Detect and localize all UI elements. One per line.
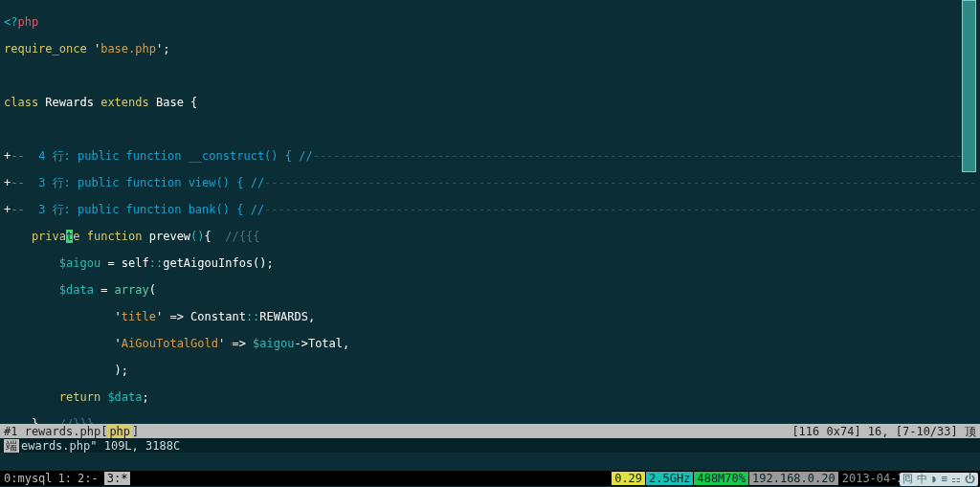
cursor-position: [116 0x74] 16, [7-10/33] 顶 bbox=[791, 425, 976, 438]
tmux-statusbar[interactable]: 0:mysql 1: 2:- 3:* 0.29 2.5GHz 488M70% 1… bbox=[0, 471, 980, 486]
tmux-window[interactable]: 0:mysql bbox=[4, 472, 53, 485]
tmux-window[interactable]: 1: bbox=[58, 472, 72, 485]
keyboard-icon[interactable]: ⚏ bbox=[951, 473, 961, 486]
ime-icon[interactable]: 中 bbox=[917, 473, 927, 486]
vertical-scrollbar[interactable] bbox=[962, 0, 976, 172]
mem-badge: 488M70% bbox=[694, 472, 748, 485]
vim-statusline: #1 rewards.php [php] [116 0x74] 16, [7-1… bbox=[0, 424, 980, 438]
cpu-badge: 2.5GHz bbox=[646, 472, 693, 485]
system-tray[interactable]: 囘 中 ◗ ≡ ⚏ ⏻ bbox=[900, 473, 978, 486]
gap bbox=[0, 453, 980, 471]
fold-line[interactable]: +-- 4 行: public function __construct() {… bbox=[4, 149, 976, 163]
filetype-badge: php bbox=[107, 425, 132, 438]
ip-badge: 192.168.0.20 bbox=[749, 472, 838, 485]
buffer-name: #1 rewards.php bbox=[4, 425, 100, 438]
php-open: <? bbox=[4, 15, 17, 29]
moon-icon[interactable]: ◗ bbox=[931, 473, 938, 486]
tmux-window[interactable]: 2:- bbox=[78, 472, 99, 485]
terminal-label: 端 bbox=[4, 439, 19, 453]
fold-line[interactable]: +-- 3 行: public function view() { //----… bbox=[4, 176, 976, 189]
code-editor[interactable]: <?php require_once 'base.php'; class Rew… bbox=[0, 0, 980, 424]
vim-messageline: 端 ewards.php" 109L, 3188C bbox=[0, 438, 980, 453]
loadavg-badge: 0.29 bbox=[612, 472, 645, 485]
tmux-window-active[interactable]: 3:* bbox=[104, 472, 131, 485]
fold-line[interactable]: +-- 3 行: public function bank() { //----… bbox=[4, 203, 976, 216]
power-icon[interactable]: ⏻ bbox=[965, 473, 975, 486]
tray-icon[interactable]: 囘 bbox=[902, 473, 913, 486]
menu-icon[interactable]: ≡ bbox=[941, 473, 947, 486]
